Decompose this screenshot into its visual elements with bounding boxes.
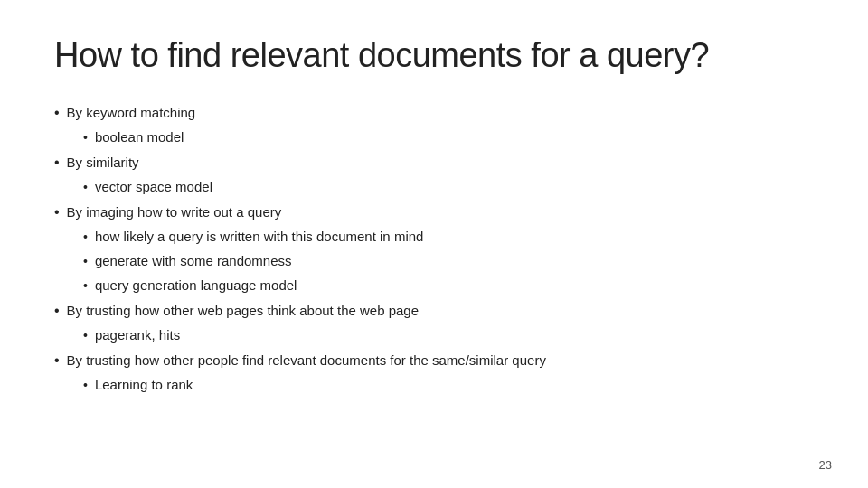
- bullet-text: Learning to rank: [95, 374, 193, 397]
- bullet-text: By trusting how other people find releva…: [67, 350, 546, 372]
- bullet-l1-item: •By imaging how to write out a query: [54, 201, 814, 224]
- bullet-l2-item: •vector space model: [83, 176, 814, 199]
- bullet-text: By imaging how to write out a query: [67, 202, 282, 224]
- bullet-l1-item: •By keyword matching: [54, 101, 814, 125]
- bullet-l1-item: •By trusting how other people find relev…: [54, 349, 814, 372]
- bullet-dot: •: [83, 177, 88, 198]
- bullet-l2-item: •boolean model: [83, 127, 814, 149]
- bullet-l2-item: •how likely a query is written with this…: [83, 226, 814, 249]
- bullet-dot: •: [54, 151, 60, 174]
- bullet-l1-item: •By trusting how other web pages think a…: [54, 299, 814, 323]
- slide-title: How to find relevant documents for a que…: [54, 36, 814, 76]
- bullet-text: By similarity: [67, 152, 139, 174]
- bullet-text: boolean model: [95, 127, 184, 149]
- bullet-l1-item: •By similarity: [54, 151, 814, 174]
- bullet-l2-item: •pagerank, hits: [83, 324, 814, 347]
- bullet-dot: •: [54, 101, 60, 125]
- slide: How to find relevant documents for a que…: [0, 0, 868, 488]
- bullet-text: pagerank, hits: [95, 324, 180, 347]
- bullet-dot: •: [83, 227, 88, 248]
- bullet-l2-item: •generate with some randomness: [83, 250, 814, 273]
- slide-number: 23: [819, 458, 832, 472]
- bullet-dot: •: [83, 276, 88, 296]
- bullet-text: By trusting how other web pages think ab…: [67, 300, 419, 323]
- bullet-l2-item: •Learning to rank: [83, 374, 814, 397]
- bullet-text: how likely a query is written with this …: [95, 226, 424, 249]
- bullet-dot: •: [83, 251, 88, 272]
- bullet-dot: •: [54, 299, 60, 323]
- bullet-text: vector space model: [95, 176, 212, 199]
- bullet-text: query generation language model: [95, 275, 297, 297]
- bullet-l2-item: •query generation language model: [83, 275, 814, 297]
- bullet-dot: •: [54, 349, 60, 372]
- bullet-text: By keyword matching: [67, 102, 196, 125]
- bullet-dot: •: [83, 325, 88, 346]
- bullet-text: generate with some randomness: [95, 250, 292, 273]
- bullet-dot: •: [83, 127, 88, 148]
- bullet-dot: •: [83, 375, 88, 396]
- bullet-dot: •: [54, 201, 60, 224]
- slide-content: •By keyword matching•boolean model•By si…: [54, 101, 814, 397]
